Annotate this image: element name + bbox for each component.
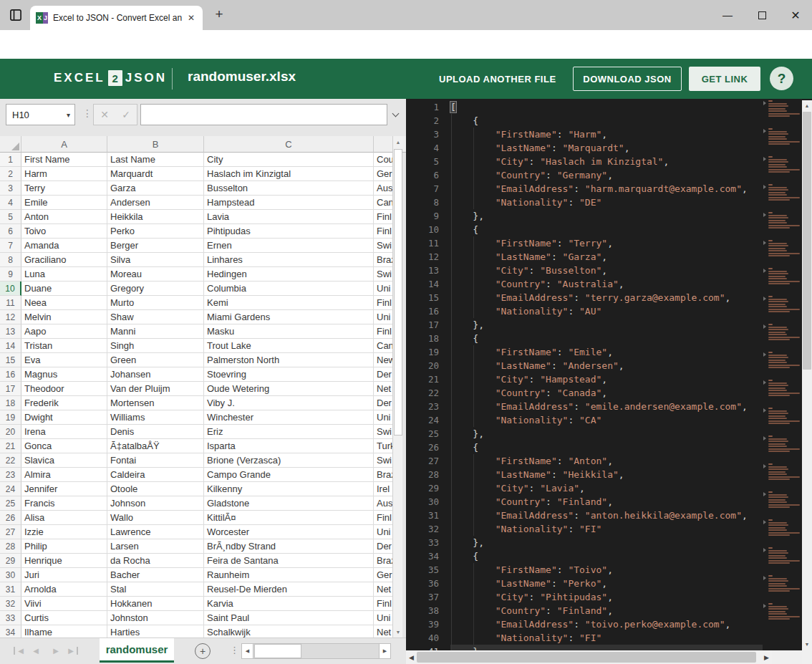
grid-cell[interactable]: Alisa	[21, 511, 107, 525]
grid-cell[interactable]: Winchester	[204, 410, 374, 425]
row-header[interactable]: 16	[0, 367, 21, 382]
code-line[interactable]: 19 "FirstName": "Emile",	[406, 345, 763, 359]
grid-cell[interactable]: Silva	[107, 253, 204, 267]
column-header-c[interactable]: C	[204, 136, 374, 153]
grid-cell[interactable]: Finl	[374, 597, 392, 611]
code-line[interactable]: 13 "City": "Busselton",	[406, 264, 763, 277]
grid-cell[interactable]: Perko	[107, 224, 204, 239]
page-scrollbar-thumb[interactable]	[803, 112, 811, 370]
app-logo[interactable]: EXCEL 2 JSON	[54, 70, 167, 86]
grid-cell[interactable]: Can	[374, 196, 392, 210]
upload-another-file-button[interactable]: UPLOAD ANOTHER FILE	[439, 59, 556, 99]
select-all-corner[interactable]	[0, 136, 21, 153]
grid-cell[interactable]: Marquardt	[107, 167, 204, 181]
grid-cell[interactable]: Busselton	[204, 181, 374, 196]
code-line[interactable]: 35 "FirstName": "Toivo",	[406, 563, 763, 577]
grid-cell[interactable]: Johnson	[107, 496, 204, 511]
grid-cell[interactable]: Almira	[21, 468, 107, 482]
code-line[interactable]: 8 "Nationality": "DE"	[406, 196, 763, 209]
last-sheet-button[interactable]: ▶	[66, 647, 78, 655]
grid-cell[interactable]: Lawrence	[107, 525, 204, 539]
code-line[interactable]: 5 "City": "Haslach im Kinzigtal",	[406, 155, 763, 168]
row-header[interactable]: 2	[0, 167, 21, 181]
code-line[interactable]: 6 "Country": "Germany",	[406, 168, 763, 182]
first-sheet-button[interactable]: ◀	[14, 647, 26, 655]
grid-cell[interactable]: Wallo	[107, 511, 204, 525]
row-header[interactable]: 33	[0, 611, 21, 625]
code-line[interactable]: 32 "Nationality": "FI"	[406, 522, 763, 536]
row-header[interactable]: 23	[0, 468, 21, 482]
grid-cell[interactable]: Aus	[374, 496, 392, 511]
grid-cell[interactable]: BrÃ¸ndby Strand	[204, 539, 374, 554]
grid-cell[interactable]: Finl	[374, 210, 392, 224]
grid-cell[interactable]: Swi	[374, 239, 392, 253]
code-line[interactable]: 31 "EmailAddress": "anton.heikkila@examp…	[406, 509, 763, 522]
grid-cell[interactable]: Der	[374, 367, 392, 382]
code-line[interactable]: 20 "LastName": "Andersen",	[406, 359, 763, 372]
grid-cell[interactable]: Garza	[107, 181, 204, 196]
grid-cell[interactable]: Graciliano	[21, 253, 107, 267]
editor-hscrollbar-thumb[interactable]	[417, 652, 756, 663]
code-line[interactable]: 1[	[406, 100, 763, 114]
grid-cell[interactable]: Williams	[107, 410, 204, 425]
grid-cell[interactable]: Denis	[107, 425, 204, 439]
grid-cell[interactable]: Gregory	[107, 282, 204, 296]
grid-cell[interactable]: Miami Gardens	[204, 310, 374, 324]
get-link-button[interactable]: GET LINK	[689, 67, 760, 91]
scroll-down-icon[interactable]: ▼	[802, 639, 812, 650]
code-line[interactable]: 18 {	[406, 332, 763, 345]
grid-cell[interactable]: Philip	[21, 539, 107, 554]
grid-cell[interactable]: Ger	[374, 167, 392, 181]
grid-cell[interactable]: Palmerston North	[204, 353, 374, 367]
grid-cell[interactable]: Izzie	[21, 525, 107, 539]
grid-cell[interactable]: Shaw	[107, 310, 204, 324]
grid-cell[interactable]: Toivo	[21, 224, 107, 239]
column-header-a[interactable]: A	[21, 136, 107, 153]
window-close-button[interactable]: ✕	[785, 7, 806, 23]
row-header[interactable]: 24	[0, 482, 21, 496]
row-header[interactable]: 27	[0, 525, 21, 539]
grid-cell[interactable]: Larsen	[107, 539, 204, 554]
row-header[interactable]: 15	[0, 353, 21, 367]
grid-cell[interactable]: Melvin	[21, 310, 107, 324]
scroll-up-icon[interactable]: ▲	[393, 136, 403, 148]
cancel-entry-button[interactable]: ✕	[100, 109, 109, 120]
grid-vertical-scrollbar[interactable]: ▲ ▼	[392, 136, 402, 637]
grid-cell[interactable]: Juri	[21, 568, 107, 582]
grid-cell[interactable]: Heikkila	[107, 210, 204, 224]
grid-cell[interactable]: Neea	[21, 296, 107, 310]
code-line[interactable]: 29 "City": "Lavia",	[406, 481, 763, 495]
grid-cell[interactable]: Raunheim	[204, 568, 374, 582]
scroll-left-icon[interactable]: ◀	[406, 650, 417, 664]
grid-cell[interactable]: Ger	[374, 568, 392, 582]
grid-cell[interactable]: Saint Paul	[204, 611, 374, 625]
code-line[interactable]: 22 "Country": "Canada",	[406, 386, 763, 400]
grid-cell[interactable]: Harties	[107, 625, 204, 637]
grid-cell[interactable]: Hedingen	[204, 267, 374, 282]
cell-name-box[interactable]: H10 ▾	[6, 104, 75, 125]
confirm-entry-button[interactable]: ✓	[122, 109, 130, 120]
grid-cell[interactable]: Berger	[107, 239, 204, 253]
row-header[interactable]: 7	[0, 239, 21, 253]
code-line[interactable]: 7 "EmailAddress": "harm.marquardt@exampl…	[406, 182, 763, 196]
grid-cell[interactable]: Ilhame	[21, 625, 107, 637]
help-button[interactable]: ?	[770, 67, 793, 90]
grid-cell[interactable]: Swi	[374, 453, 392, 468]
grid-cell[interactable]: First Name	[21, 153, 107, 167]
row-header[interactable]: 11	[0, 296, 21, 310]
grid-cell[interactable]: Jennifer	[21, 482, 107, 496]
editor-minimap[interactable]	[763, 100, 801, 650]
grid-cell[interactable]: Johnston	[107, 611, 204, 625]
grid-cell[interactable]: Uni	[374, 410, 392, 425]
grid-cell[interactable]: Otoole	[107, 482, 204, 496]
code-line[interactable]: 17 },	[406, 318, 763, 332]
grid-cell[interactable]: Swi	[374, 425, 392, 439]
row-header[interactable]: 17	[0, 382, 21, 396]
grid-cell[interactable]: New	[374, 353, 392, 367]
code-line[interactable]: 3 "FirstName": "Harm",	[406, 127, 763, 141]
row-header[interactable]: 12	[0, 310, 21, 324]
editor-horizontal-scrollbar[interactable]: ◀ ▶	[406, 650, 772, 664]
grid-cell[interactable]: Net	[374, 382, 392, 396]
sheet-tab-randomuser[interactable]: randomuser	[100, 638, 174, 663]
download-json-button[interactable]: DOWNLOAD JSON	[573, 67, 682, 91]
